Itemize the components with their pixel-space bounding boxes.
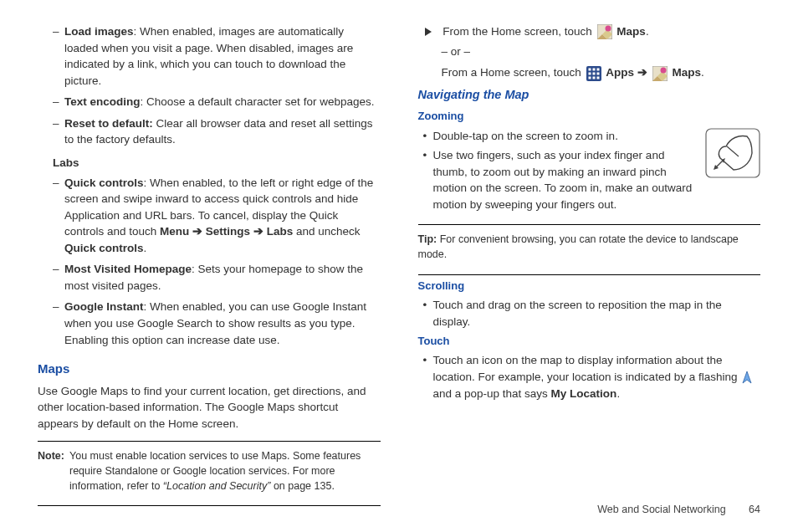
item-text: Touch and drag on the screen to repositi… [433,299,722,328]
svg-point-17 [660,67,666,73]
step-text: From a Home screen, touch [442,66,585,79]
divider [38,505,381,506]
list-item: •Touch an icon on the map to display inf… [418,352,761,402]
pinch-gesture-icon [705,128,760,183]
apps-label: Apps [606,66,634,79]
maps-icon [652,66,668,81]
list-item: – Reset to default: Clear all browser da… [38,115,381,148]
maps-icon [597,24,612,39]
quick-controls-label: Quick controls [64,242,144,254]
note-text: on page 135. [270,480,334,492]
item-text: Use two fingers, such as your index fing… [433,149,693,211]
svg-point-3 [605,26,611,32]
note-block: Note: You must enable location services … [38,445,381,497]
text: and uncheck [293,225,360,238]
list-item: – Most Visited Homepage: Sets your homep… [38,261,381,294]
svg-marker-21 [743,371,751,383]
apps-icon [586,66,601,81]
list-item: •Touch and drag on the screen to reposit… [418,297,761,330]
tip-label: Tip: [418,233,437,245]
svg-rect-11 [588,76,591,79]
divider [418,224,761,225]
maps-heading: Maps [38,360,381,378]
arrow-icon: ➔ [637,66,647,79]
svg-rect-13 [596,76,599,79]
svg-rect-8 [588,72,591,74]
item-text-b: and a pop-up that says [433,387,551,400]
list-item: – Google Instant: When enabled, you can … [38,299,381,348]
labs-heading: Labs [53,155,381,171]
item-text: Double-tap on the screen to zoom in. [433,130,618,142]
tip-text: For convenient browsing, you can rotate … [418,233,739,260]
maps-label: Maps [616,25,646,38]
item-title: Most Visited Homepage [64,263,192,275]
step-line: From the Home screen, touch Maps. [420,23,761,40]
svg-rect-9 [592,72,595,74]
svg-rect-6 [592,68,595,70]
period: . [616,387,620,400]
location-arrow-icon [742,371,752,384]
item-title: Load images [64,25,134,38]
page-footer: Web and Social Networking 64 [597,502,760,517]
page-number: 64 [749,504,760,515]
note-reference: “Location and Security” [163,480,271,492]
labs-label: Labs [267,225,294,238]
item-title: Text encoding [64,95,141,108]
divider [38,441,381,442]
svg-rect-12 [592,76,595,79]
item-title: Google Instant [64,300,144,313]
svg-rect-5 [588,68,591,70]
step-line: From a Home screen, touch Apps ➔ Maps. [442,64,761,81]
svg-rect-10 [596,72,599,74]
zooming-heading: Zooming [418,109,761,125]
step-text: From the Home screen, touch [442,25,595,38]
triangle-icon [425,28,432,36]
list-item: – Quick controls: When enabled, to the l… [38,175,381,257]
period: . [144,242,147,254]
touch-heading: Touch [418,334,761,350]
item-title: Reset to default: [64,117,153,130]
my-location-label: My Location [551,387,617,400]
right-column: From the Home screen, touch Maps. – or –… [418,23,761,509]
item-text-a: Touch an icon on the map to display info… [433,354,741,383]
list-item: – Load images: When enabled, images are … [38,23,381,89]
list-item: •Use two fingers, such as your index fin… [418,147,699,212]
chapter-name: Web and Social Networking [597,504,725,515]
or-text: – or – [442,43,761,60]
list-item: – Text encoding: Choose a default charac… [38,94,381,110]
maps-label: Maps [672,66,701,79]
arrow-icon: ➔ [192,225,202,238]
left-column: – Load images: When enabled, images are … [38,23,381,509]
scrolling-heading: Scrolling [418,279,761,294]
note-label: Note: [38,448,64,463]
item-body: : Choose a default character set for web… [141,95,375,108]
svg-rect-7 [596,68,599,70]
divider [418,274,761,275]
arrow-icon: ➔ [253,225,263,238]
tip-block: Tip: For convenient browsing, you can ro… [418,228,761,265]
navigating-heading: Navigating the Map [418,86,761,104]
maps-paragraph: Use Google Maps to find your current loc… [38,383,381,432]
menu-label: Menu [160,225,189,238]
item-title: Quick controls [64,176,144,189]
settings-label: Settings [206,225,250,238]
list-item: •Double-tap on the screen to zoom in. [418,128,699,145]
